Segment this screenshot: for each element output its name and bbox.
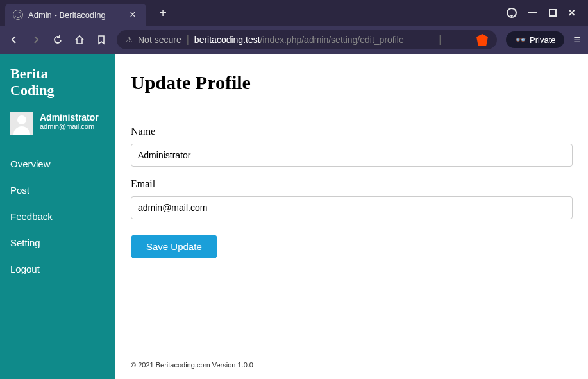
form-group-name: Name bbox=[131, 126, 573, 167]
private-label: Private bbox=[530, 35, 555, 45]
tab-bar: Admin - Beritacoding × + × bbox=[0, 0, 588, 26]
avatar bbox=[10, 112, 33, 135]
footer-text: © 2021 Beritacoding.com Version 1.0.0 bbox=[131, 361, 573, 373]
maximize-icon[interactable] bbox=[549, 9, 557, 17]
brave-icon[interactable] bbox=[476, 34, 488, 46]
profile-info: Administrator admin@mail.com bbox=[40, 112, 99, 135]
profile-email: admin@mail.com bbox=[40, 122, 99, 130]
sidebar-item-setting[interactable]: Setting bbox=[10, 230, 105, 256]
profile-name: Administrator bbox=[40, 112, 99, 122]
globe-icon bbox=[13, 10, 23, 20]
home-icon[interactable] bbox=[73, 35, 86, 45]
browser-chrome: Admin - Beritacoding × + × ⚠ Not secure … bbox=[0, 0, 588, 54]
warning-icon: ⚠ bbox=[126, 35, 133, 44]
sidebar-item-logout[interactable]: Logout bbox=[10, 256, 105, 282]
form-group-email: Email bbox=[131, 178, 573, 219]
forward-icon[interactable] bbox=[29, 35, 42, 44]
window-close-icon[interactable]: × bbox=[568, 6, 575, 20]
back-icon[interactable] bbox=[8, 35, 21, 44]
url-separator-end: | bbox=[439, 34, 441, 46]
profile-block: Administrator admin@mail.com bbox=[10, 112, 105, 135]
brand: Berita Coding bbox=[10, 65, 105, 99]
email-label: Email bbox=[131, 178, 573, 190]
sidebar-item-post[interactable]: Post bbox=[10, 177, 105, 203]
app-container: Berita Coding Administrator admin@mail.c… bbox=[0, 54, 588, 379]
menu-icon[interactable]: ≡ bbox=[573, 33, 580, 47]
sidebar: Berita Coding Administrator admin@mail.c… bbox=[0, 54, 115, 379]
email-input[interactable] bbox=[131, 196, 573, 219]
shields-icon[interactable] bbox=[507, 8, 517, 18]
name-input[interactable] bbox=[131, 144, 573, 167]
tab-title: Admin - Beritacoding bbox=[28, 10, 122, 20]
browser-tab[interactable]: Admin - Beritacoding × bbox=[5, 4, 146, 26]
sidebar-item-overview[interactable]: Overview bbox=[10, 151, 105, 177]
window-controls: × bbox=[507, 6, 583, 20]
page-title: Update Profile bbox=[131, 72, 573, 94]
new-tab-button[interactable]: + bbox=[154, 4, 172, 22]
brand-line2: Coding bbox=[10, 82, 105, 99]
bookmark-icon[interactable] bbox=[95, 35, 108, 45]
url-input[interactable]: ⚠ Not secure | beritacoding.test/index.p… bbox=[117, 30, 497, 49]
url-separator: | bbox=[187, 34, 189, 46]
security-label: Not secure bbox=[138, 35, 181, 45]
glasses-icon: 👓 bbox=[515, 35, 526, 45]
private-badge[interactable]: 👓 Private bbox=[506, 31, 564, 48]
minimize-icon[interactable] bbox=[528, 12, 537, 13]
save-update-button[interactable]: Save Update bbox=[131, 235, 217, 258]
brand-line1: Berita bbox=[10, 65, 105, 82]
address-bar: ⚠ Not secure | beritacoding.test/index.p… bbox=[0, 26, 588, 54]
close-icon[interactable]: × bbox=[127, 9, 139, 21]
url-text: beritacoding.test/index.php/admin/settin… bbox=[194, 35, 404, 45]
name-label: Name bbox=[131, 126, 573, 137]
main-content: Update Profile Name Email Save Update © … bbox=[115, 54, 588, 379]
reload-icon[interactable] bbox=[51, 35, 64, 45]
sidebar-item-feedback[interactable]: Feedback bbox=[10, 203, 105, 230]
